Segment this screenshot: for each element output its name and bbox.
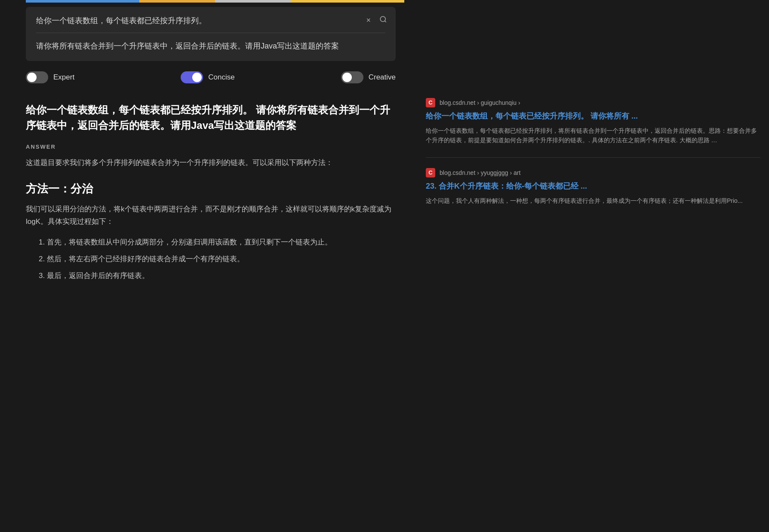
toggle-expert[interactable]: Expert [26, 71, 74, 83]
search-line2: 请你将所有链表合并到一个升序链表中，返回合并后的链表。请用Java写出这道题的答… [36, 40, 385, 52]
method1-title: 方法一：分治 [26, 181, 396, 196]
svg-line-1 [384, 21, 386, 22]
answer-intro: 这道题目要求我们将多个升序排列的链表合并为一个升序排列的链表。可以采用以下两种方… [26, 157, 396, 169]
step-2: 然后，将左右两个已经排好序的链表合并成一个有序的链表。 [34, 253, 396, 266]
source-2-excerpt: 这个问题，我个人有两种解法，一种想，每两个有序链表进行合并，最终成为一个有序链表… [426, 196, 760, 205]
toggle-concise[interactable]: Concise [181, 71, 234, 83]
creative-toggle-switch[interactable] [341, 71, 363, 83]
toggle-creative[interactable]: Creative [341, 71, 396, 83]
source-2-url: blog.csdn.net › yyuggjggg › art [440, 169, 520, 176]
source-1-url: blog.csdn.net › guiguchunqiu › [440, 99, 520, 106]
source-1-excerpt: 给你一个链表数组，每个链表都已经按升序排列，将所有链表合并到一个升序链表中，返回… [426, 126, 760, 145]
expert-toggle-switch[interactable] [26, 71, 48, 83]
expert-toggle-knob [27, 73, 37, 82]
source-2-title[interactable]: 23. 合并K个升序链表：给你-每个链表都已经 ... [426, 181, 760, 192]
main-content: 给你一个链表数组，每个链表都已经按升序排列。 请你将所有链表合并到一个升序链表中… [0, 94, 769, 295]
concise-label: Concise [208, 73, 234, 82]
steps-list: 首先，将链表数组从中间分成两部分，分别递归调用该函数，直到只剩下一个链表为止。 … [26, 236, 396, 282]
search-icons-container: × [366, 15, 387, 25]
top-color-bar [26, 0, 404, 3]
svg-point-0 [380, 16, 385, 21]
close-button[interactable]: × [366, 16, 371, 25]
method1-desc: 我们可以采用分治的方法，将k个链表中两两进行合并，而不是刚才的顺序合并，这样就可… [26, 203, 396, 228]
creative-label: Creative [369, 73, 396, 82]
search-line1: 给你一个链表数组，每个链表都已经按升序排列。 [36, 15, 385, 26]
question-title: 给你一个链表数组，每个链表都已经按升序排列。 请你将所有链表合并到一个升序链表中… [26, 102, 396, 133]
toggles-row: Expert Concise Creative [26, 71, 396, 83]
search-button[interactable] [379, 15, 387, 25]
right-panel-divider [426, 157, 760, 158]
search-divider [36, 33, 385, 33]
source-card-2: C blog.csdn.net › yyuggjggg › art 23. 合并… [426, 168, 760, 206]
source-card-1: C blog.csdn.net › guiguchunqiu › 给你一个链表数… [426, 98, 760, 145]
creative-toggle-knob [342, 73, 352, 82]
concise-toggle-switch[interactable] [181, 71, 203, 83]
concise-toggle-knob [192, 73, 202, 82]
source-2-favicon: C [426, 168, 435, 177]
answer-label: ANSWER [26, 144, 396, 150]
source-1-title[interactable]: 给你一个链表数组，每个链表已经按升序排列。 请你将所有 ... [426, 111, 760, 122]
search-container: 给你一个链表数组，每个链表都已经按升序排列。 × 请你将所有链表合并到一个升序链… [26, 7, 396, 61]
right-panel: C blog.csdn.net › guiguchunqiu › 给你一个链表数… [421, 94, 769, 295]
source-1-favicon: C [426, 98, 435, 107]
left-panel: 给你一个链表数组，每个链表都已经按升序排列。 请你将所有链表合并到一个升序链表中… [0, 94, 421, 295]
source-2-header: C blog.csdn.net › yyuggjggg › art [426, 168, 760, 177]
source-1-header: C blog.csdn.net › guiguchunqiu › [426, 98, 760, 107]
expert-label: Expert [53, 73, 74, 82]
step-1: 首先，将链表数组从中间分成两部分，分别递归调用该函数，直到只剩下一个链表为止。 [34, 236, 396, 249]
step-3: 最后，返回合并后的有序链表。 [34, 270, 396, 282]
